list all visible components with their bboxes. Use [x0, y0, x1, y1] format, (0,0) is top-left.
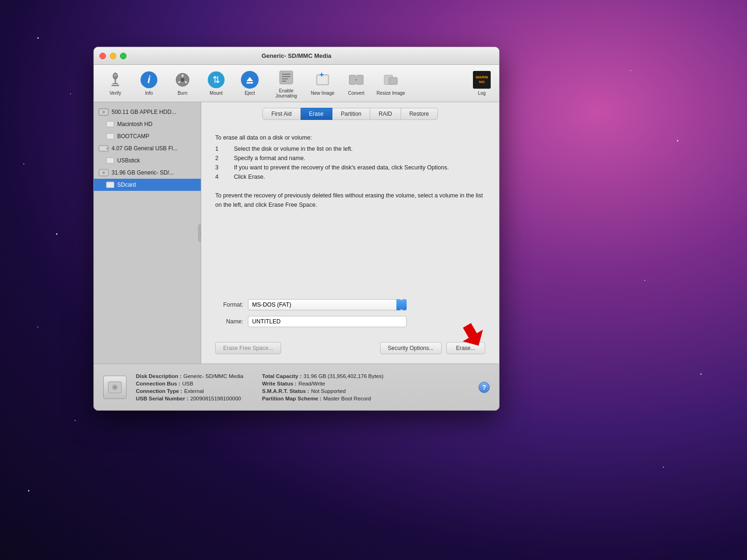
- svg-point-38: [114, 386, 116, 388]
- step-2-num: 2: [215, 154, 225, 163]
- content-area: 500.11 GB APPLE HDD... Macintosh HD BOOT…: [94, 102, 499, 364]
- macintosh-hd-label: Macintosh HD: [117, 121, 152, 127]
- step-3-text: If you want to prevent the recovery of t…: [234, 163, 449, 172]
- info-label: Info: [145, 91, 153, 96]
- burn-button[interactable]: Burn: [167, 68, 198, 99]
- window-title: Generic- SD/MMC Media: [261, 52, 331, 59]
- close-button[interactable]: [99, 53, 106, 59]
- svg-point-6: [181, 78, 184, 82]
- sidebar-item-usbstick[interactable]: USBstick: [94, 154, 201, 167]
- window-controls: [99, 53, 127, 59]
- usb-serial-val: 20090815198100000: [190, 396, 241, 401]
- log-button[interactable]: WARNING Log: [470, 68, 493, 99]
- verify-label: Verify: [109, 91, 121, 96]
- erase-button[interactable]: Erase...: [446, 342, 485, 354]
- toolbar: Verify i Info Burn ⇅: [94, 65, 499, 102]
- convert-button[interactable]: Convert: [340, 68, 372, 99]
- mount-label: Mount: [210, 91, 223, 96]
- erase-tab-content: To erase all data on a disk or volume: 1…: [201, 124, 499, 290]
- write-status-val: Read/Write: [298, 381, 325, 386]
- svg-rect-31: [106, 158, 114, 163]
- eject-label: Eject: [245, 91, 255, 96]
- sidebar-collapse-handle[interactable]: ›: [198, 224, 201, 242]
- sidebar-item-sdcard[interactable]: SDcard: [94, 179, 201, 191]
- info-button[interactable]: i Info: [133, 68, 165, 99]
- erase-step-3: 3 If you want to prevent the recovery of…: [215, 163, 485, 172]
- tab-raid[interactable]: RAID: [370, 108, 401, 120]
- name-row: Name:: [215, 316, 485, 327]
- format-row: Format: MS-DOS (FAT) Mac OS Extended (Jo…: [215, 299, 485, 310]
- enable-journaling-button[interactable]: Enable Journaling: [268, 68, 305, 99]
- sdcard-drive-icon: [99, 168, 109, 177]
- tab-erase[interactable]: Erase: [301, 108, 332, 120]
- new-image-button[interactable]: New Image: [307, 68, 338, 99]
- disk-description-val: Generic- SD/MMC Media: [183, 373, 243, 379]
- help-button[interactable]: ?: [479, 382, 490, 393]
- total-capacity-val: 31.96 GB (31,956,402,176 Bytes): [303, 373, 383, 379]
- enable-journaling-icon: [277, 69, 295, 86]
- eject-button[interactable]: Eject: [234, 68, 266, 99]
- sidebar-item-apple-hdd[interactable]: 500.11 GB APPLE HDD...: [94, 106, 201, 118]
- svg-point-26: [103, 112, 104, 112]
- erase-intro: To erase all data on a disk or volume:: [215, 133, 485, 142]
- step-4-num: 4: [215, 172, 225, 182]
- mount-icon: ⇅: [207, 71, 225, 89]
- info-icon: i: [140, 71, 158, 89]
- tab-partition[interactable]: Partition: [332, 108, 370, 120]
- disk-description-key: Disk Description :: [136, 373, 182, 379]
- resize-image-button[interactable]: Resize Image: [374, 68, 408, 99]
- svg-rect-18: [349, 75, 356, 84]
- sidebar-item-sdcard-drive[interactable]: 31.96 GB Generic- SD/...: [94, 167, 201, 179]
- partition-map-row: Partition Map Scheme : Master Boot Recor…: [262, 396, 383, 401]
- tab-first-aid[interactable]: First Aid: [262, 108, 300, 120]
- erase-step-2: 2 Specify a format and name.: [215, 154, 485, 163]
- burn-icon: [174, 71, 191, 89]
- convert-icon: [347, 71, 365, 89]
- sidebar-item-macintosh-hd[interactable]: Macintosh HD: [94, 118, 201, 130]
- new-image-icon: [314, 71, 331, 89]
- security-options-button[interactable]: Security Options...: [380, 342, 442, 354]
- erase-step-1: 1 Select the disk or volume in the list …: [215, 144, 485, 154]
- status-col-right: Total Capacity : 31.96 GB (31,956,402,17…: [262, 373, 383, 401]
- svg-point-4: [114, 74, 117, 77]
- mount-button[interactable]: ⇅ Mount: [200, 68, 232, 99]
- volume-icon-2: [106, 133, 114, 140]
- sdcard-volume-icon: [106, 182, 114, 188]
- format-select[interactable]: MS-DOS (FAT) Mac OS Extended (Journaled)…: [248, 299, 407, 310]
- maximize-button[interactable]: [120, 53, 127, 59]
- write-status-row: Write Status : Read/Write: [262, 381, 383, 386]
- enable-journaling-label: Enable Journaling: [268, 88, 304, 98]
- sidebar-item-usb-flash[interactable]: 4.07 GB General USB Fl...: [94, 142, 201, 154]
- verify-button[interactable]: Verify: [99, 68, 131, 99]
- svg-rect-30: [106, 147, 108, 150]
- convert-label: Convert: [348, 91, 364, 96]
- connection-bus-val: USB: [182, 381, 193, 386]
- erase-free-space-button[interactable]: Erase Free Space...: [215, 342, 281, 354]
- verify-icon: [106, 71, 124, 89]
- svg-rect-27: [106, 121, 114, 127]
- connection-bus-row: Connection Bus : USB: [136, 381, 243, 386]
- sidebar-item-bootcamp[interactable]: BOOTCAMP: [94, 130, 201, 142]
- disk-thumbnail: [103, 376, 127, 399]
- svg-rect-28: [106, 133, 114, 139]
- log-icon: WARNING: [473, 71, 491, 89]
- sdcard-label: SDcard: [117, 182, 136, 188]
- name-input[interactable]: [248, 316, 407, 327]
- tab-restore[interactable]: Restore: [401, 108, 438, 120]
- write-status-key: Write Status :: [262, 381, 296, 386]
- connection-bus-key: Connection Bus :: [136, 381, 180, 386]
- burn-label: Burn: [177, 91, 187, 96]
- disk-utility-window: Generic- SD/MMC Media Verify i Info: [93, 47, 500, 411]
- resize-image-icon: [382, 71, 400, 89]
- total-capacity-key: Total Capacity :: [262, 373, 302, 379]
- minimize-button[interactable]: [110, 53, 116, 59]
- step-1-num: 1: [215, 144, 225, 154]
- format-label: Format:: [215, 301, 243, 308]
- sidebar: 500.11 GB APPLE HDD... Macintosh HD BOOT…: [94, 102, 201, 364]
- status-info: Disk Description : Generic- SD/MMC Media…: [136, 373, 383, 401]
- status-col-left: Disk Description : Generic- SD/MMC Media…: [136, 373, 243, 401]
- svg-rect-15: [317, 76, 328, 84]
- svg-rect-19: [357, 75, 363, 84]
- eject-icon: [241, 71, 259, 89]
- step-4-text: Click Erase.: [234, 172, 265, 182]
